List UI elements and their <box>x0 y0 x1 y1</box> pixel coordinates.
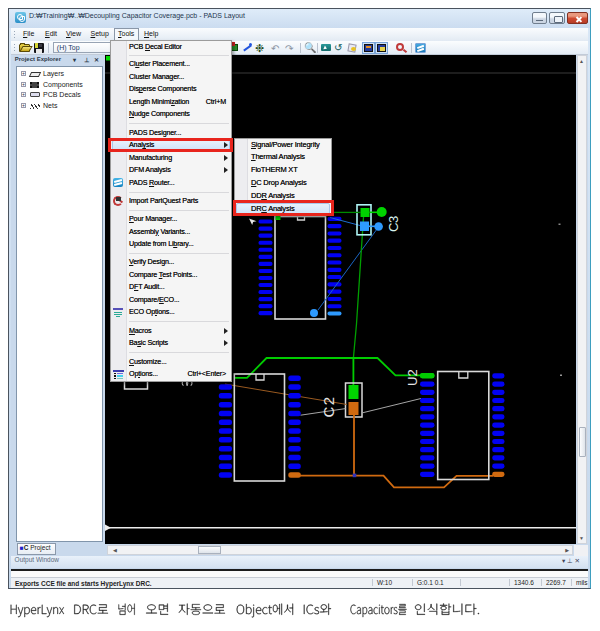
svg-text:C2: C2 <box>320 395 337 417</box>
svg-text:C3: C3 <box>386 216 401 232</box>
svg-text:U2: U2 <box>405 369 420 386</box>
